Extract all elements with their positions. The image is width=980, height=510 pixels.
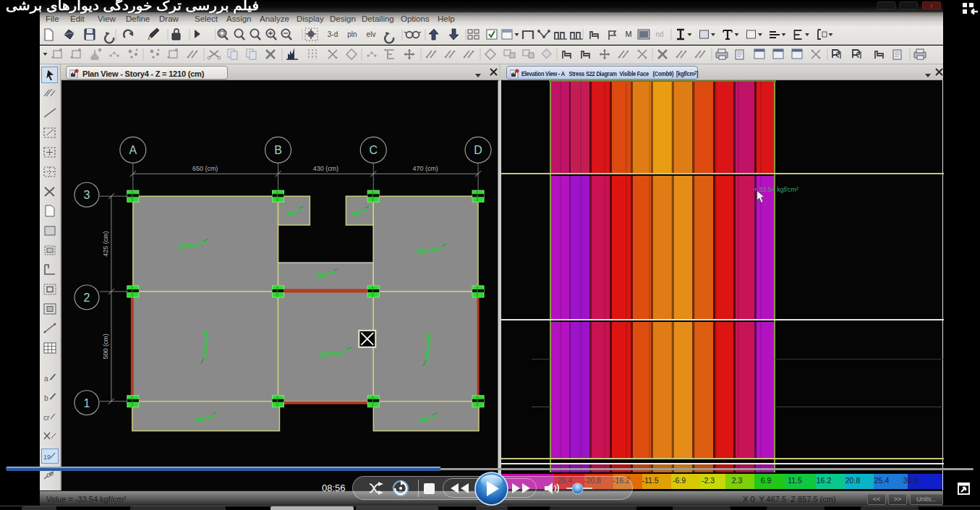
svg-text:D: D (474, 144, 482, 156)
svg-text:a: a (44, 375, 48, 383)
svg-text:M: M (625, 30, 631, 38)
svg-text:nd: nd (655, 30, 663, 38)
svg-text:470 (cm): 470 (cm) (412, 165, 438, 172)
svg-text:430 (cm): 430 (cm) (313, 165, 338, 172)
svg-text:650 (cm): 650 (cm) (192, 165, 218, 172)
svg-text:elv: elv (367, 30, 376, 38)
svg-text:19: 19 (43, 454, 51, 461)
svg-text:cr: cr (43, 414, 50, 422)
svg-text:3: 3 (83, 189, 90, 201)
svg-text:425 (cm): 425 (cm) (102, 231, 109, 256)
svg-text:1: 1 (83, 397, 90, 409)
svg-text:C: C (370, 144, 378, 156)
svg-text:B: B (274, 144, 282, 156)
svg-text:pln: pln (347, 30, 357, 38)
svg-text:500 (cm): 500 (cm) (102, 333, 109, 359)
svg-text:3-d: 3-d (328, 30, 338, 38)
svg-text:A: A (129, 144, 137, 156)
svg-text:2: 2 (83, 292, 90, 304)
svg-text:b: b (44, 394, 48, 402)
